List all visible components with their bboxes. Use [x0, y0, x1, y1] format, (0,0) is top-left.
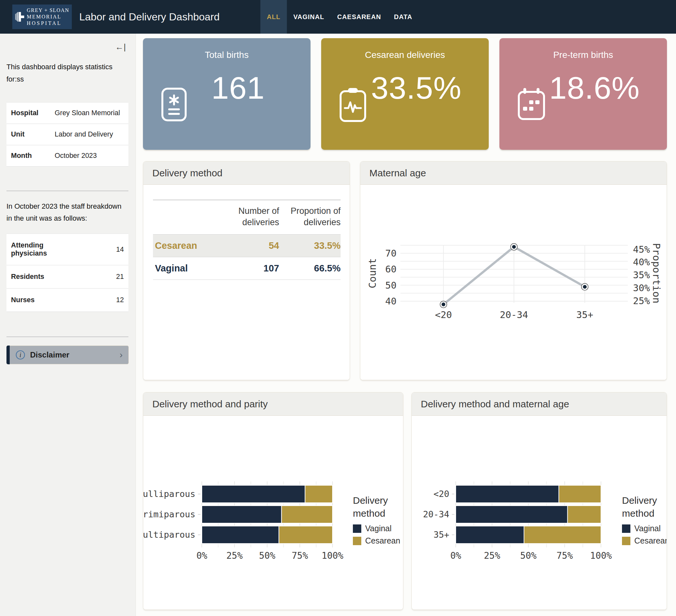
- table-row: Residents 21: [6, 265, 128, 289]
- staff-value: 21: [51, 265, 128, 289]
- card-title: Delivery method: [143, 161, 350, 185]
- col-proportion: Proportion of deliveries: [279, 200, 341, 234]
- svg-text:Vaginal: Vaginal: [365, 524, 392, 533]
- svg-text:75%: 75%: [292, 550, 308, 561]
- svg-text:Multiparous: Multiparous: [143, 529, 195, 540]
- hospital-cross-icon: [15, 6, 25, 27]
- svg-text:20-34: 20-34: [423, 509, 449, 519]
- svg-text:Cesarean: Cesarean: [365, 536, 400, 545]
- valuebox-cesarean-deliveries: Cesarean deliveries 33.5%: [321, 38, 489, 150]
- svg-text:70: 70: [385, 248, 397, 259]
- col-method: [153, 200, 221, 234]
- staff-label: Nurses: [6, 289, 51, 312]
- hospital-logo: GREY + SLOAN MEMORIAL HOSPITAL: [12, 5, 72, 29]
- staff-label: Attending physicians: [6, 234, 51, 265]
- valuebox-title: Cesarean deliveries: [321, 50, 489, 60]
- tab-caesarean[interactable]: CAESAREAN: [331, 0, 388, 34]
- svg-text:30%: 30%: [633, 282, 650, 293]
- calendar-week-icon: [517, 87, 546, 121]
- tab-all[interactable]: ALL: [260, 0, 287, 34]
- method-cell: Cesarean: [153, 234, 221, 257]
- svg-text:method: method: [353, 508, 385, 519]
- page-title: Labor and Delivery Dashboard: [79, 0, 220, 34]
- table-row-vaginal: Vaginal 107 66.5%: [153, 257, 341, 280]
- svg-text:60: 60: [385, 264, 397, 275]
- svg-text:100%: 100%: [322, 550, 343, 561]
- method-cell: Vaginal: [153, 257, 221, 280]
- svg-text:Delivery: Delivery: [353, 495, 388, 506]
- card-title: Delivery method and maternal age: [412, 392, 667, 416]
- svg-text:35%: 35%: [633, 270, 650, 280]
- svg-text:Cesarean: Cesarean: [634, 536, 667, 545]
- svg-text:Count: Count: [367, 258, 378, 288]
- chevron-right-icon: ›: [120, 350, 123, 360]
- svg-text:Primiparous: Primiparous: [143, 509, 195, 519]
- table-row: Unit Labor and Delivery: [6, 124, 128, 145]
- navbar: GREY + SLOAN MEMORIAL HOSPITAL Labor and…: [0, 0, 676, 34]
- svg-text:50%: 50%: [520, 550, 537, 561]
- maternal-age-line-chart: 4050607025%30%35%40%45%<2020-3435+CountP…: [360, 185, 667, 380]
- count-cell: 54: [221, 234, 279, 257]
- nav-tabs: ALL VAGINAL CAESAREAN DATA: [260, 0, 419, 34]
- info-label: Hospital: [6, 102, 50, 124]
- svg-text:50%: 50%: [259, 550, 276, 561]
- card-age-stacked: Delivery method and maternal age <2020-3…: [411, 392, 667, 610]
- svg-text:45%: 45%: [633, 244, 650, 255]
- card-parity: Delivery method and parity NulliparousPr…: [143, 392, 403, 610]
- col-number: Number of deliveries: [221, 200, 279, 234]
- main-content: Total births 161 Cesarean deliveries 33.…: [136, 34, 676, 616]
- valuebox-title: Pre-term births: [499, 50, 667, 60]
- valuebox-total-births: Total births 161: [143, 38, 311, 150]
- value-boxes: Total births 161 Cesarean deliveries 33.…: [143, 38, 667, 150]
- staff-label: Residents: [6, 265, 51, 289]
- svg-text:40%: 40%: [633, 257, 650, 268]
- svg-text:25%: 25%: [226, 550, 243, 561]
- svg-text:Delivery: Delivery: [622, 495, 657, 506]
- svg-text:i: i: [19, 351, 21, 358]
- svg-text:<20: <20: [434, 489, 449, 499]
- svg-text:35+: 35+: [434, 529, 449, 540]
- svg-text:25%: 25%: [633, 295, 650, 306]
- info-label: Month: [6, 145, 50, 166]
- hospital-logo-text: GREY + SLOAN MEMORIAL HOSPITAL: [27, 7, 69, 26]
- sidebar-intro-text: This dashboard displays statistics for:s…: [6, 61, 128, 86]
- svg-text:Proportion: Proportion: [651, 243, 662, 303]
- table-row: Month October 2023: [6, 145, 128, 166]
- info-value: Grey Sloan Memorial: [50, 102, 128, 124]
- svg-text:25%: 25%: [484, 550, 500, 561]
- svg-text:100%: 100%: [590, 550, 612, 561]
- svg-text:35+: 35+: [576, 309, 593, 320]
- file-medical-icon: [160, 87, 187, 122]
- svg-text:0%: 0%: [450, 550, 461, 561]
- tab-data[interactable]: DATA: [388, 0, 419, 34]
- staff-table: Attending physicians 14 Residents 21 Nur…: [6, 234, 128, 312]
- table-row: Hospital Grey Sloan Memorial: [6, 102, 128, 124]
- info-value: October 2023: [50, 145, 128, 166]
- svg-text:20-34: 20-34: [500, 309, 528, 320]
- svg-text:<20: <20: [435, 309, 452, 320]
- card-title: Delivery method and parity: [143, 392, 403, 416]
- hospital-info-table: Hospital Grey Sloan Memorial Unit Labor …: [6, 102, 128, 167]
- disclaimer-button[interactable]: i Disclaimer ›: [6, 345, 129, 364]
- svg-text:40: 40: [385, 296, 397, 307]
- info-label: Unit: [6, 124, 50, 145]
- info-value: Labor and Delivery: [50, 124, 128, 145]
- pct-cell: 66.5%: [279, 257, 341, 280]
- table-row: Nurses 12: [6, 289, 128, 312]
- staff-value: 14: [51, 234, 128, 265]
- table-header-row: Number of deliveries Proportion of deliv…: [153, 200, 341, 234]
- age-stacked-bar-chart: <2020-3435+0%25%50%75%100%Deliverymethod…: [412, 416, 667, 610]
- delivery-method-table: Number of deliveries Proportion of deliv…: [153, 200, 341, 280]
- clipboard-pulse-icon: [339, 87, 367, 122]
- staff-intro-text: In October 2023 the staff breakdown in t…: [6, 200, 128, 225]
- valuebox-title: Total births: [143, 50, 311, 60]
- parity-stacked-bar-chart: NulliparousPrimiparousMultiparous0%25%50…: [143, 416, 403, 610]
- card-title: Maternal age: [360, 161, 667, 185]
- card-delivery-method: Delivery method Number of deliveries Pro…: [143, 161, 350, 380]
- pct-cell: 33.5%: [279, 234, 341, 257]
- svg-text:75%: 75%: [556, 550, 573, 561]
- sidebar-collapse-icon[interactable]: ←|: [115, 42, 126, 52]
- svg-text:Nulliparous: Nulliparous: [143, 489, 195, 499]
- card-maternal-age: Maternal age 4050607025%30%35%40%45%<202…: [360, 161, 667, 380]
- tab-vaginal[interactable]: VAGINAL: [287, 0, 331, 34]
